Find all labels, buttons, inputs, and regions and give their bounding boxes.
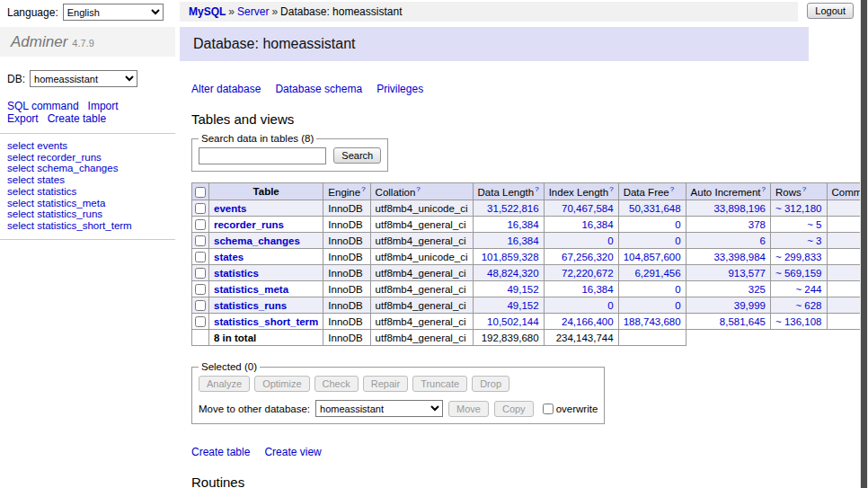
app-name[interactable]: Adminer (11, 33, 67, 50)
optimize-button[interactable]: Optimize (254, 376, 309, 392)
scrollbar-thumb[interactable] (861, 0, 867, 488)
sidebar-table-link[interactable]: select statistics_short_term (7, 220, 168, 232)
index-length-link[interactable]: 16,384 (581, 284, 613, 295)
row-checkbox[interactable] (195, 235, 206, 246)
create-link[interactable]: Create table (191, 446, 250, 458)
data-length-link[interactable]: 48,824,320 (487, 268, 539, 279)
table-name-link[interactable]: states (214, 252, 244, 262)
search-input[interactable] (199, 147, 326, 164)
data-free-link[interactable]: 0 (675, 284, 680, 295)
sidebar-table-link[interactable]: select events (7, 140, 168, 152)
row-checkbox[interactable] (195, 316, 206, 327)
db-select[interactable]: homeassistant (30, 70, 137, 87)
repair-button[interactable]: Repair (363, 376, 408, 392)
column-help-link[interactable]: ? (535, 185, 538, 193)
check-button[interactable]: Check (314, 376, 359, 392)
data-free-link[interactable]: 104,857,600 (624, 252, 681, 262)
auto-increment-link[interactable]: 325 (748, 284, 766, 295)
auto-increment-link[interactable]: 33,398,984 (713, 252, 766, 262)
auto-increment-link[interactable]: 8,581,645 (720, 316, 766, 327)
data-free-link[interactable]: 0 (675, 235, 680, 246)
create-link[interactable]: Create view (264, 446, 321, 458)
sidebar-table-link[interactable]: select schema_changes (7, 163, 168, 174)
sidebar-action-link[interactable]: Create table (48, 112, 106, 125)
move-db-select[interactable]: homeassistant (315, 400, 443, 417)
vertical-scrollbar[interactable] (860, 0, 868, 488)
auto-increment-link[interactable]: 913,577 (728, 268, 766, 279)
table-name-link[interactable]: statistics_runs (214, 300, 287, 311)
rows-link[interactable]: ~ 299,833 (775, 252, 821, 262)
auto-increment-link[interactable]: 33,898,196 (713, 203, 766, 214)
db-action-link[interactable]: Database schema (275, 83, 362, 95)
breadcrumb-mysql-link[interactable]: MySQL (189, 5, 226, 18)
sidebar-action-link[interactable]: Import (88, 100, 119, 112)
sidebar-table-link[interactable]: select statistics_runs (7, 209, 168, 220)
column-help-link[interactable]: ? (416, 185, 420, 193)
sidebar-table-link[interactable]: select statistics_meta (7, 198, 168, 209)
data-length-link[interactable]: 31,522,816 (487, 203, 539, 214)
sidebar-table-link[interactable]: select recorder_runs (7, 152, 168, 164)
rows-link[interactable]: ~ 312,180 (775, 203, 821, 214)
drop-button[interactable]: Drop (472, 376, 509, 392)
table-name-link[interactable]: events (214, 203, 246, 214)
analyze-button[interactable]: Analyze (199, 376, 250, 392)
sidebar-table-link[interactable]: select statistics (7, 186, 168, 198)
data-length-link[interactable]: 16,384 (507, 219, 538, 230)
data-free-link[interactable]: 0 (675, 300, 680, 311)
data-length-link[interactable]: 101,859,328 (482, 252, 539, 262)
language-select[interactable]: English (63, 4, 164, 21)
select-all-checkbox[interactable] (195, 187, 206, 198)
row-checkbox[interactable] (195, 203, 206, 214)
table-name-link[interactable]: statistics_short_term (214, 316, 318, 327)
rows-link[interactable]: ~ 136,108 (775, 316, 821, 327)
column-help-link[interactable]: ? (762, 185, 766, 193)
data-free-link[interactable]: 188,743,680 (624, 316, 681, 327)
search-button[interactable]: Search (333, 147, 381, 164)
breadcrumb-server-link[interactable]: Server (237, 5, 269, 18)
auto-increment-link[interactable]: 39,999 (734, 300, 766, 311)
table-name-link[interactable]: recorder_runs (214, 219, 284, 230)
row-checkbox[interactable] (195, 284, 206, 295)
sidebar-action-link[interactable]: SQL command (7, 100, 79, 112)
index-length-link[interactable]: 16,384 (581, 219, 613, 230)
data-length-link[interactable]: 49,152 (507, 300, 538, 311)
row-checkbox[interactable] (195, 300, 206, 311)
db-action-link[interactable]: Alter database (191, 83, 261, 95)
data-free-link[interactable]: 0 (675, 219, 680, 230)
data-free-link[interactable]: 50,331,648 (629, 203, 681, 214)
move-button[interactable]: Move (448, 401, 489, 417)
column-help-link[interactable]: ? (609, 185, 613, 193)
data-length-link[interactable]: 16,384 (507, 235, 538, 246)
truncate-button[interactable]: Truncate (412, 376, 467, 392)
index-length-link[interactable]: 24,166,400 (562, 316, 614, 327)
data-length-link[interactable]: 10,502,144 (487, 316, 539, 327)
index-length-link[interactable]: 0 (607, 300, 613, 311)
sidebar-table-link[interactable]: select states (7, 174, 168, 186)
data-free-link[interactable]: 6,291,456 (634, 268, 680, 279)
copy-button[interactable]: Copy (494, 401, 534, 417)
sidebar-action-link[interactable]: Export (7, 112, 39, 125)
logout-button[interactable]: Logout (807, 3, 854, 19)
rows-link[interactable]: ~ 628 (795, 300, 821, 311)
overwrite-checkbox[interactable] (543, 404, 554, 414)
table-name-link[interactable]: statistics (214, 268, 259, 279)
index-length-link[interactable]: 0 (607, 235, 613, 246)
auto-increment-link[interactable]: 6 (760, 235, 766, 246)
data-length-link[interactable]: 49,152 (507, 284, 538, 295)
rows-link[interactable]: ~ 3 (807, 235, 821, 246)
column-help-link[interactable]: ? (670, 185, 674, 193)
row-checkbox[interactable] (195, 252, 206, 262)
row-checkbox[interactable] (195, 268, 206, 279)
column-help-link[interactable]: ? (802, 185, 806, 193)
index-length-link[interactable]: 67,256,320 (562, 252, 614, 262)
db-action-link[interactable]: Privileges (376, 83, 423, 95)
table-name-link[interactable]: schema_changes (214, 235, 300, 246)
rows-link[interactable]: ~ 5 (807, 219, 821, 230)
index-length-link[interactable]: 72,220,672 (562, 268, 614, 279)
auto-increment-link[interactable]: 378 (748, 219, 766, 230)
rows-link[interactable]: ~ 569,159 (775, 268, 821, 279)
index-length-link[interactable]: 70,467,584 (562, 203, 614, 214)
app-version[interactable]: 4.7.9 (72, 38, 93, 49)
rows-link[interactable]: ~ 244 (795, 284, 821, 295)
column-help-link[interactable]: ? (361, 185, 365, 193)
